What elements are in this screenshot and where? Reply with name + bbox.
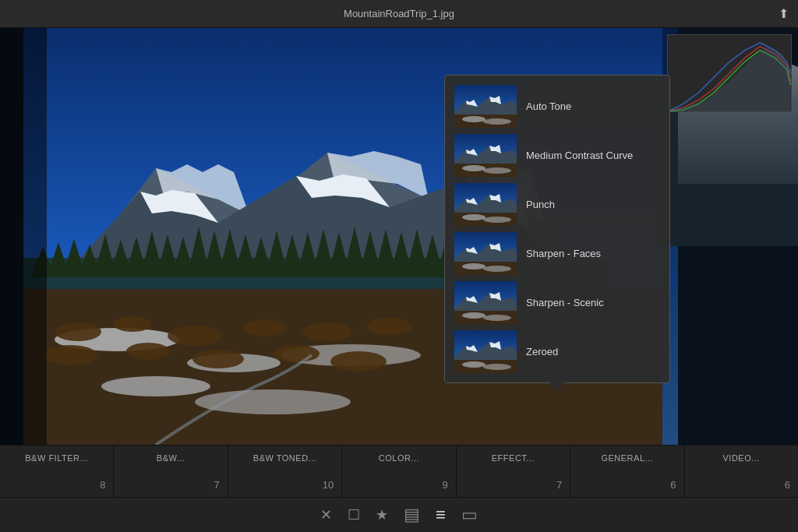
- preset-label-punch: Punch: [526, 199, 660, 210]
- category-count-video: 6: [785, 479, 790, 491]
- category-label-general: GENERAL...: [601, 453, 653, 463]
- star-icon[interactable]: ★: [376, 506, 388, 523]
- svg-point-48: [55, 322, 101, 341]
- svg-point-51: [243, 319, 287, 336]
- svg-point-56: [192, 350, 244, 368]
- svg-point-89: [462, 263, 486, 270]
- preset-label-sharpen-scenic: Sharpen - Scenic: [526, 297, 660, 308]
- preset-item-sharpen-scenic[interactable]: Sharpen - Scenic: [445, 278, 669, 327]
- category-effects[interactable]: EFFECT...7: [457, 446, 570, 497]
- category-color[interactable]: COLOR...9: [342, 446, 456, 497]
- category-label-color: COLOR...: [379, 453, 419, 463]
- frame-icon[interactable]: ☐: [348, 506, 360, 523]
- svg-point-53: [367, 318, 412, 335]
- histogram: [667, 34, 792, 112]
- svg-point-76: [483, 167, 511, 174]
- preset-label-zeroed: Zeroed: [526, 346, 660, 358]
- preset-thumb-punch: [454, 183, 517, 226]
- svg-point-46: [101, 376, 210, 396]
- svg-point-49: [113, 316, 152, 332]
- category-label-bw-filter: B&W FILTER...: [25, 453, 88, 463]
- preset-label-sharpen-faces: Sharpen - Faces: [526, 248, 660, 259]
- svg-point-68: [462, 116, 486, 122]
- bottom-strip: B&W FILTER...8B&W...7B&W TONED...10COLOR…: [0, 445, 798, 532]
- preset-thumb-medium-contrast-curve: [454, 134, 517, 177]
- category-count-bw-toned: 10: [323, 479, 334, 491]
- svg-point-82: [462, 214, 486, 220]
- svg-point-58: [330, 351, 387, 372]
- bottom-toolbar: ✕ ☐ ★ ▤ ≡ ▭: [0, 498, 798, 532]
- svg-point-52: [302, 322, 352, 341]
- preset-thumb-zeroed: [454, 330, 517, 373]
- compare-icon[interactable]: ▭: [461, 505, 478, 525]
- file-title: MountainRoadTrip_1.jpg: [344, 8, 454, 19]
- preset-item-sharpen-faces[interactable]: Sharpen - Faces: [445, 229, 669, 278]
- preset-label-auto-tone: Auto Tone: [526, 100, 660, 112]
- svg-point-104: [483, 364, 511, 370]
- svg-point-47: [195, 389, 351, 414]
- category-count-effects: 7: [556, 479, 562, 491]
- preset-item-auto-tone[interactable]: Auto Tone: [445, 82, 669, 131]
- category-count-bw-filter: 8: [100, 479, 105, 491]
- preset-categories: B&W FILTER...8B&W...7B&W TONED...10COLOR…: [0, 446, 798, 498]
- category-label-bw-toned: B&W TONED...: [253, 453, 316, 463]
- category-count-bw: 7: [214, 479, 220, 491]
- svg-point-96: [462, 312, 486, 319]
- close-icon[interactable]: ✕: [320, 506, 332, 523]
- preset-thumb-auto-tone: [454, 85, 517, 128]
- category-bw[interactable]: B&W...7: [114, 446, 228, 497]
- preset-thumb-sharpen-faces: [454, 232, 517, 275]
- category-label-video: VIDEO...: [723, 453, 760, 463]
- svg-point-69: [483, 118, 511, 125]
- preset-item-medium-contrast-curve[interactable]: Medium Contrast Curve: [445, 131, 669, 180]
- svg-rect-59: [0, 28, 47, 445]
- category-bw-toned[interactable]: B&W TONED...10: [228, 446, 342, 497]
- svg-point-75: [462, 165, 486, 171]
- list-icon[interactable]: ≡: [436, 505, 446, 525]
- preset-item-punch[interactable]: Punch: [445, 180, 669, 229]
- category-general[interactable]: GENERAL...6: [570, 446, 684, 497]
- category-count-general: 6: [670, 479, 676, 491]
- preset-item-zeroed[interactable]: Zeroed: [445, 327, 669, 376]
- category-video[interactable]: VIDEO...6: [685, 446, 798, 497]
- preset-label-medium-contrast-curve: Medium Contrast Curve: [526, 150, 660, 161]
- preset-thumb-sharpen-scenic: [454, 281, 517, 324]
- category-count-color: 9: [442, 479, 447, 491]
- svg-point-83: [483, 217, 511, 223]
- category-bw-filter[interactable]: B&W FILTER...8: [0, 446, 114, 497]
- svg-point-55: [126, 343, 170, 360]
- svg-point-97: [483, 315, 511, 321]
- svg-point-54: [43, 345, 97, 365]
- svg-point-50: [168, 326, 222, 346]
- svg-point-90: [483, 266, 511, 272]
- svg-point-103: [462, 361, 486, 368]
- category-label-bw: B&W...: [157, 453, 185, 463]
- preset-panel: Auto Tone Medium Contrast Curve: [444, 75, 670, 383]
- svg-point-57: [273, 345, 320, 362]
- image-area: Auto Tone Medium Contrast Curve: [0, 28, 798, 445]
- category-label-effects: EFFECT...: [492, 453, 535, 463]
- grid-icon[interactable]: ▤: [404, 505, 420, 525]
- share-button[interactable]: ⬆: [779, 6, 789, 21]
- title-bar: MountainRoadTrip_1.jpg ⬆: [0, 0, 798, 28]
